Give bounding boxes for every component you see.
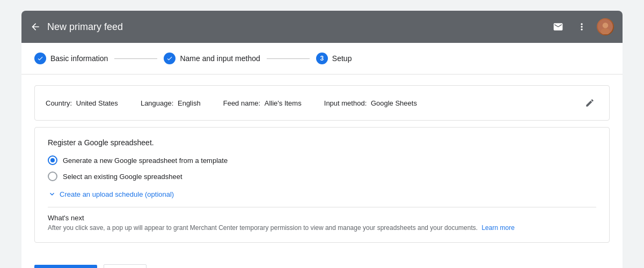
whats-next-desc-text: After you click save, a pop up will appe…	[48, 224, 478, 232]
page-title: New primary feed	[47, 21, 550, 33]
header-icons	[550, 18, 614, 35]
svg-point-1	[603, 23, 609, 28]
radio-option-new[interactable]: Generate a new Google spreadsheet from a…	[48, 155, 596, 165]
spreadsheet-card: Register a Google spreadsheet. Generate …	[34, 127, 610, 243]
avatar-image	[597, 18, 614, 35]
main-container: Basic information Name and input method …	[21, 43, 623, 268]
country-label: Country:	[46, 99, 72, 107]
radio-circle-existing	[48, 172, 57, 181]
upload-schedule-label[interactable]: Create an upload schedule (optional)	[60, 190, 174, 198]
step-basic-icon	[34, 53, 46, 64]
continue-button[interactable]: CONTINUE	[34, 265, 97, 268]
country-value: United States	[76, 99, 118, 107]
header: New primary feed	[21, 11, 623, 43]
step-basic: Basic information	[34, 53, 108, 64]
whats-next-section: What's next After you click save, a pop …	[48, 207, 596, 232]
radio-label-existing: Select an existing Google spreadsheet	[63, 173, 182, 181]
steps-bar: Basic information Name and input method …	[21, 43, 623, 75]
step-connector-2	[267, 58, 310, 59]
expand-icon	[48, 190, 56, 198]
radio-option-existing[interactable]: Select an existing Google spreadsheet	[48, 172, 596, 181]
radio-label-new: Generate a new Google spreadsheet from a…	[63, 157, 228, 165]
whats-next-description: After you click save, a pop up will appe…	[48, 224, 596, 232]
learn-more-link[interactable]: Learn more	[481, 224, 514, 232]
feed-name-value: Allie's Items	[265, 99, 302, 107]
step-setup: 3 Setup	[316, 53, 352, 64]
back-button[interactable]: BACK	[104, 264, 147, 268]
content-area: Country: United States Language: English…	[21, 75, 623, 254]
more-options-button[interactable]	[573, 18, 590, 35]
card-title: Register a Google spreadsheet.	[48, 138, 596, 147]
step-name-icon	[164, 53, 175, 64]
step-connector-1	[114, 58, 157, 59]
radio-group: Generate a new Google spreadsheet from a…	[48, 155, 596, 181]
step-basic-label: Basic information	[50, 54, 108, 63]
mail-button[interactable]	[550, 18, 567, 35]
radio-circle-new	[48, 155, 57, 165]
input-method-value: Google Sheets	[371, 99, 417, 107]
avatar[interactable]	[597, 18, 614, 35]
language-label: Language:	[141, 99, 173, 107]
action-bar: CONTINUE BACK	[21, 254, 623, 268]
back-button[interactable]	[30, 21, 41, 32]
info-bar-text: Country: United States Language: English…	[46, 99, 581, 107]
feed-name-label: Feed name:	[223, 99, 260, 107]
whats-next-title: What's next	[48, 214, 596, 222]
step-setup-label: Setup	[332, 54, 352, 63]
step-name: Name and input method	[164, 53, 260, 64]
step-name-label: Name and input method	[180, 54, 260, 63]
info-bar: Country: United States Language: English…	[34, 85, 610, 121]
radio-filled-new	[50, 158, 55, 162]
upload-schedule-toggle[interactable]: ✓ Create an upload schedule (optional)	[48, 190, 596, 198]
language-value: English	[178, 99, 201, 107]
edit-info-button[interactable]	[581, 94, 598, 111]
step-setup-icon: 3	[316, 53, 328, 64]
input-method-label: Input method:	[324, 99, 367, 107]
